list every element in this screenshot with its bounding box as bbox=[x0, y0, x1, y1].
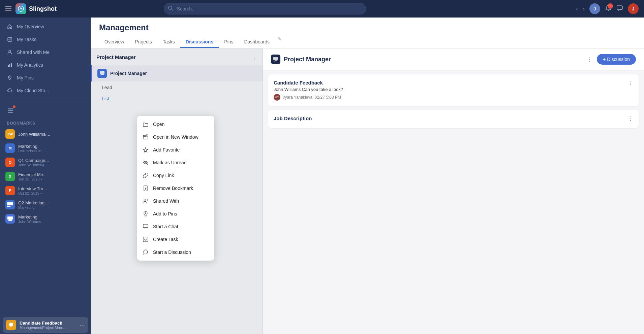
context-menu-mark-unread[interactable]: Mark as Unread bbox=[137, 156, 214, 169]
right-panel-options[interactable]: ⋮ bbox=[587, 56, 593, 63]
tab-dashboards[interactable]: Dashboards bbox=[239, 36, 275, 48]
bookmarks-label: Bookmarks bbox=[0, 118, 91, 127]
bookmark-item-john[interactable]: JW John Williams/... bbox=[0, 127, 91, 141]
bookmark-item-q2marketing[interactable]: Q2 Marketing... Marketing bbox=[0, 198, 91, 212]
svg-rect-10 bbox=[8, 108, 13, 109]
sub-item-list[interactable]: List bbox=[91, 93, 263, 104]
back-nav-button[interactable]: ‹ bbox=[576, 5, 578, 12]
discussion-card-candidate-feedback[interactable]: Candidate Feedback John Williams Can you… bbox=[268, 74, 639, 106]
discussion-card-job-description[interactable]: Job Description ⋮ bbox=[268, 110, 639, 128]
chat-bubble-icon bbox=[142, 223, 149, 230]
forward-nav-button[interactable]: › bbox=[583, 5, 585, 12]
active-item-subtitle: Management/Project Man... bbox=[20, 326, 76, 330]
bookmark-subtitle-marketing: I will schedule... bbox=[18, 149, 44, 153]
add-discussion-button[interactable]: + Discussion bbox=[597, 54, 636, 65]
split-content: Project Manager ⋮ Project Manager Lead bbox=[91, 48, 644, 334]
bookmark-item-q1[interactable]: Q Q1 Campaign... John Williams/A... bbox=[0, 155, 91, 169]
svg-rect-14 bbox=[7, 204, 13, 205]
sidebar-item-my-cloud-storage[interactable]: My Cloud Sto... bbox=[0, 84, 91, 97]
svg-rect-7 bbox=[9, 64, 10, 67]
svg-rect-6 bbox=[8, 65, 9, 67]
pin-icon bbox=[142, 210, 149, 217]
bookmark-icon-q2marketing bbox=[5, 200, 15, 209]
tab-discussions[interactable]: Discussions bbox=[180, 36, 219, 48]
context-menu-start-discussion[interactable]: Start a Discussion bbox=[137, 246, 214, 259]
sidebar-item-my-analytics[interactable]: My Analytics bbox=[0, 59, 91, 71]
svg-rect-30 bbox=[143, 237, 148, 242]
left-panel: Project Manager ⋮ Project Manager Lead bbox=[91, 48, 263, 334]
sidebar-label-my-analytics: My Analytics bbox=[17, 62, 43, 68]
current-user-avatar[interactable]: J bbox=[628, 3, 639, 14]
page-header: Management ⋮ Overview Projects Tasks Dis… bbox=[91, 18, 644, 48]
bookmark-remove-icon bbox=[142, 185, 149, 192]
bookmark-icon-john: JW bbox=[5, 129, 15, 139]
bookmark-item-marketing[interactable]: M Marketing I will schedule... bbox=[0, 141, 91, 155]
right-panel-header: Project Manager ⋮ + Discussion bbox=[263, 48, 644, 70]
tab-edit-icon[interactable]: ✎ bbox=[278, 36, 282, 48]
sidebar-nav: My Overview My Tasks Shared with Me My A… bbox=[0, 18, 91, 100]
dc-message-candidate-feedback: John Williams Can you take a look? bbox=[274, 87, 628, 92]
left-panel-options[interactable]: ⋮ bbox=[251, 53, 257, 61]
context-menu-open[interactable]: Open bbox=[137, 118, 214, 131]
menu-icon[interactable] bbox=[5, 6, 11, 11]
page-options-button[interactable]: ⋮ bbox=[152, 24, 158, 31]
context-menu-add-favorite[interactable]: Add Favorite bbox=[137, 143, 214, 156]
context-menu-open-new-window[interactable]: Open in New Window bbox=[137, 131, 214, 143]
tasks-icon bbox=[7, 36, 13, 42]
sidebar-item-my-overview[interactable]: My Overview bbox=[0, 20, 91, 33]
discussion-card-options-1[interactable]: ⋮ bbox=[628, 80, 633, 86]
sub-items: Lead ⋮ List bbox=[91, 81, 263, 104]
context-menu-shared-with[interactable]: Shared With bbox=[137, 195, 214, 207]
bookmark-item-interview[interactable]: P Interview Tra... Oct 02, 2019 • bbox=[0, 183, 91, 198]
bookmark-item-financial[interactable]: X Financial Me... Jan 10, 2023 • bbox=[0, 169, 91, 183]
discussion-list-icon bbox=[97, 69, 107, 78]
context-menu-copy-link[interactable]: Copy Link bbox=[137, 169, 214, 182]
eye-slash-icon bbox=[142, 159, 149, 166]
chat-icon[interactable] bbox=[616, 5, 623, 13]
window-icon bbox=[142, 134, 149, 140]
logo-icon bbox=[16, 3, 26, 14]
shared-icon bbox=[7, 49, 13, 55]
context-menu-create-task[interactable]: Create Task bbox=[137, 233, 214, 246]
bookmark-title-financial: Financial Me... bbox=[18, 172, 47, 177]
overview-icon bbox=[7, 24, 13, 30]
active-item-dots[interactable]: ⋯ bbox=[80, 322, 85, 328]
sidebar-label-my-overview: My Overview bbox=[17, 24, 44, 29]
discussion-card-options-2[interactable]: ⋮ bbox=[628, 115, 633, 122]
active-item-title: Candidate Feedback bbox=[20, 321, 76, 326]
topbar: Slingshot ‹ › J 2 J bbox=[0, 0, 644, 18]
topbar-right: ‹ › J 2 J bbox=[576, 3, 639, 14]
sidebar-label-shared-with-me: Shared with Me bbox=[17, 49, 50, 55]
app-logo: Slingshot bbox=[16, 3, 57, 14]
left-panel-header: Project Manager ⋮ bbox=[91, 48, 263, 65]
pins-icon bbox=[7, 75, 13, 81]
sub-item-lead[interactable]: Lead ⋮ bbox=[91, 81, 263, 93]
sidebar-label-my-pins: My Pins bbox=[17, 75, 34, 80]
context-menu-add-pins[interactable]: Add to Pins bbox=[137, 207, 214, 220]
tab-tasks[interactable]: Tasks bbox=[157, 36, 180, 48]
sidebar-item-my-tasks[interactable]: My Tasks bbox=[0, 33, 91, 46]
tab-overview[interactable]: Overview bbox=[99, 36, 129, 48]
sidebar-item-shared-with-me[interactable]: Shared with Me bbox=[0, 46, 91, 59]
notifications-icon[interactable]: 2 bbox=[605, 5, 612, 13]
context-menu: Open Open in New Window Add bbox=[137, 116, 214, 261]
bookmark-item-marketing2[interactable]: Marketing John Williams bbox=[0, 212, 91, 226]
svg-rect-8 bbox=[11, 63, 12, 67]
discussion-list-project-manager[interactable]: Project Manager bbox=[91, 65, 263, 81]
sidebar-item-my-pins[interactable]: My Pins bbox=[0, 71, 91, 84]
context-menu-remove-bookmark[interactable]: Remove Bookmark bbox=[137, 182, 214, 195]
right-panel-title: Project Manager bbox=[284, 56, 331, 63]
person-plus-icon bbox=[142, 198, 149, 204]
tab-pins[interactable]: Pins bbox=[219, 36, 239, 48]
sidebar-active-item[interactable]: Candidate Feedback Management/Project Ma… bbox=[3, 317, 88, 333]
search-input[interactable] bbox=[164, 3, 366, 14]
layers-icon[interactable] bbox=[7, 107, 14, 115]
main-layout: My Overview My Tasks Shared with Me My A… bbox=[0, 18, 644, 334]
user-avatar-topbar[interactable]: J bbox=[589, 3, 600, 14]
context-menu-start-chat[interactable]: Start a Chat bbox=[137, 220, 214, 233]
dc-title-candidate-feedback: Candidate Feedback bbox=[274, 80, 628, 86]
dc-avatar-vyara: VY bbox=[274, 94, 280, 101]
rp-discussion-icon bbox=[271, 55, 280, 64]
svg-point-25 bbox=[144, 199, 146, 201]
tab-projects[interactable]: Projects bbox=[129, 36, 157, 48]
